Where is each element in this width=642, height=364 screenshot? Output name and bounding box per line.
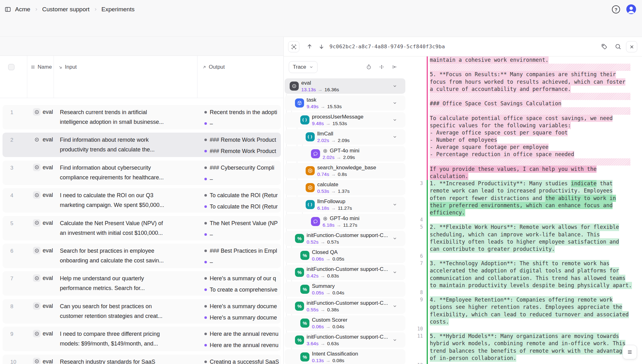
chevron-down-icon[interactable] — [392, 84, 397, 88]
chevron-down-icon[interactable] — [392, 304, 397, 309]
trace-span-row[interactable]: %Closed QA0.06s→0.05s — [285, 248, 405, 263]
chevron-right-icon — [93, 7, 98, 12]
column-header-name[interactable]: Name — [30, 64, 52, 70]
diff-removed-line — [409, 107, 642, 114]
diff-added-line: 73. **Technology Adoption**: The shift t… — [409, 260, 642, 267]
diff-line-number: 9 — [409, 296, 423, 303]
select-all-checkbox[interactable] — [8, 64, 14, 70]
table-row[interactable]: 1evalResearch current trends in artifici… — [3, 105, 281, 129]
tag-icon[interactable] — [601, 43, 608, 50]
row-name: eval — [43, 136, 53, 143]
trace-span-row[interactable]: %Summary0.05s→0.04s — [285, 282, 405, 297]
eval-span-icon — [33, 247, 40, 254]
trace-span-row[interactable]: %Custom Scorer0.06s→0.04s — [285, 315, 405, 331]
diff-line-number: 12 — [409, 362, 423, 364]
diff-added-line: hybrid work models, combining remote and… — [409, 340, 642, 347]
breadcrumb-page[interactable]: Experiments — [102, 6, 135, 13]
trace-id: 9c062bc2-a8c7-4a88-9749-5cf840f3c9ba — [329, 37, 445, 56]
trace-span-row[interactable]: ()llmFollowup6.18s→11.27s — [285, 197, 405, 212]
trace-span-row[interactable]: %initFunction-Customer support-C...0.42s… — [285, 265, 405, 280]
trace-view-selector[interactable]: Trace — [289, 61, 318, 73]
span-name: Custom Scorer — [312, 317, 347, 323]
help-icon[interactable]: ? — [612, 5, 620, 13]
score-span-icon: % — [300, 285, 309, 294]
output-bullet-secondary — [204, 288, 207, 291]
span-durations: 6.18s→11.27s — [323, 222, 357, 228]
diff-removed-line: calculation. — [409, 173, 642, 180]
table-row[interactable]: 3evalFind information about cybersecurit… — [3, 161, 281, 185]
row-input-line2: compliance requirements for healthcare..… — [60, 174, 198, 182]
score-span-icon: % — [295, 234, 304, 243]
close-panel-button[interactable] — [626, 41, 637, 52]
row-number: 1 — [10, 109, 13, 116]
diff-removed-line: maintain a cohesive work environment. — [409, 56, 642, 64]
chevron-down-icon[interactable] — [392, 118, 397, 122]
column-header-output[interactable]: Output — [202, 64, 225, 70]
chevron-down-icon[interactable] — [392, 135, 397, 139]
chevron-right-icon — [34, 7, 39, 12]
tag-icon — [601, 43, 608, 50]
trace-span-row[interactable]: search_knowledge_base0.74s→0.8s — [285, 163, 405, 178]
table-row[interactable]: 6evalSearch for best practices in employ… — [3, 244, 281, 268]
output-bullet — [204, 277, 207, 280]
row-input-line1: Help me understand our quarterly — [60, 275, 198, 282]
trace-span-row[interactable]: %initFunction-Customer support-C...3.64s… — [285, 332, 405, 348]
timing-icon[interactable] — [366, 64, 373, 71]
trace-span-row[interactable]: calculate0.53s→1.37s — [285, 180, 405, 195]
trace-span-row[interactable]: eval13.13s→16.36s — [285, 78, 405, 94]
diff-removed-line: focus from hours worked to results achie… — [409, 78, 642, 86]
arrow-down-icon — [318, 43, 325, 50]
row-output-line2: To create a comprehensive — [210, 286, 283, 294]
chevron-down-icon[interactable] — [392, 236, 397, 241]
row-number: 10 — [10, 359, 16, 364]
eval-span-icon — [33, 136, 40, 143]
next-row-button[interactable] — [318, 43, 325, 50]
row-input-line2: onboarding and calculate the cost savin.… — [60, 257, 198, 265]
expand-trace-button[interactable] — [288, 41, 299, 52]
diff-added-line: can contribute to greater productivity. — [409, 245, 642, 253]
row-output-line1: ### Remote Work Product — [210, 136, 283, 144]
table-row[interactable]: 2evalFind information about remote workp… — [3, 133, 281, 157]
trace-span-row[interactable]: GPT-4o mini6.18s→11.27s — [285, 214, 405, 229]
sidebar-toggle-icon[interactable] — [4, 6, 11, 13]
row-output-line1: The Net Present Value (NP — [210, 219, 283, 227]
breadcrumb-org[interactable]: Acme — [15, 6, 30, 13]
span-durations: 9.48s→15.53s — [312, 121, 347, 126]
breadcrumb-project[interactable]: Customer support — [42, 6, 90, 13]
avatar[interactable] — [626, 4, 636, 14]
trace-span-row[interactable]: GPT-4o mini2.02s→2.09s — [285, 146, 405, 161]
chevron-down-icon[interactable] — [392, 101, 397, 105]
chevron-down-icon[interactable] — [392, 338, 397, 342]
previous-row-button[interactable] — [306, 43, 313, 50]
span-name: processUserMessage — [312, 114, 363, 120]
trace-span-row[interactable]: task9.49s→15.53s — [285, 95, 405, 111]
collapse-left-icon — [392, 64, 397, 70]
span-durations: 0.06s→0.05s — [312, 256, 344, 262]
search-icon[interactable] — [615, 43, 622, 50]
diff-added-line: flexibility, which can lead to reduced t… — [409, 311, 642, 318]
collapse-panel-icon[interactable] — [392, 64, 398, 71]
table-row[interactable]: 8evalCan you search for best practices o… — [3, 299, 281, 324]
trace-span-row[interactable]: %initFunction-Customer support-C...0.52s… — [285, 231, 405, 246]
chevron-down-icon[interactable] — [392, 270, 397, 275]
log-drawer-button[interactable] — [623, 345, 637, 359]
table-row[interactable]: 10evalResearch industry standards for Sa… — [3, 355, 281, 364]
trace-span-row[interactable]: %initFunction-Customer support-C...0.55s… — [285, 298, 405, 314]
row-name: eval — [43, 220, 53, 226]
trace-span-row[interactable]: ()llmCall2.02s→2.09s — [285, 129, 405, 145]
chevron-down-icon[interactable] — [392, 202, 397, 207]
table-row[interactable]: 5evalCalculate the Net Present Value (NP… — [3, 216, 281, 240]
column-header-input[interactable]: Input — [58, 64, 77, 70]
row-name: eval — [43, 330, 53, 337]
table-row[interactable]: 4evalI need to calculate the ROI on our … — [3, 188, 281, 213]
fn-span-icon: () — [300, 115, 309, 124]
trace-span-row[interactable]: ()processUserMessage9.48s→15.53s — [285, 112, 405, 128]
diff-removed-line — [409, 64, 642, 71]
span-durations: 6.18s→11.27s — [317, 205, 352, 211]
table-row[interactable]: 7evalHelp me understand our quarterlyper… — [3, 271, 281, 296]
collapse-spans-icon[interactable] — [379, 64, 386, 71]
span-durations: 0.52s→0.57s — [307, 239, 339, 245]
output-bullet — [204, 111, 207, 113]
trace-span-row[interactable]: %Intent Classification0.13s→0.08s — [285, 349, 405, 364]
table-row[interactable]: 9evalI need to compare three different p… — [3, 327, 281, 351]
